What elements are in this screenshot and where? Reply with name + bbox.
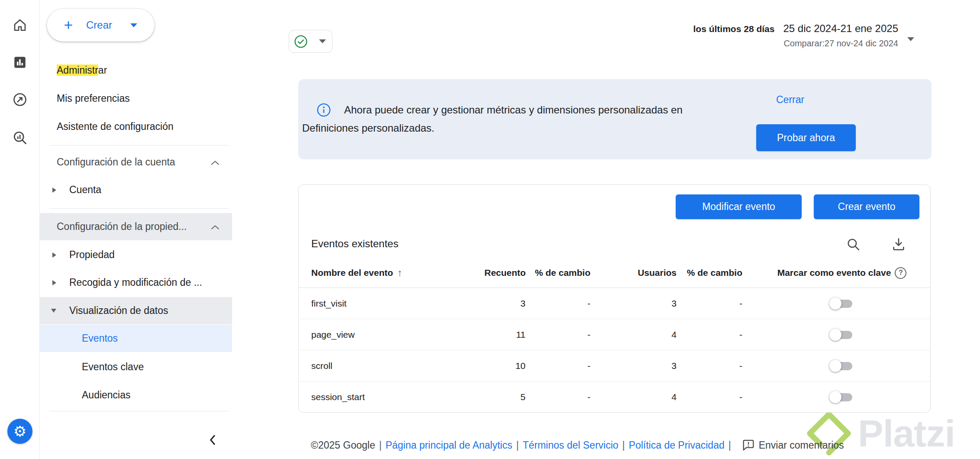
divider <box>49 411 229 411</box>
date-range-selector[interactable]: los últimos 28 días 25 dic 2024-21 ene 2… <box>693 23 898 48</box>
date-range-value: 25 dic 2024-21 ene 2025 <box>783 23 898 35</box>
create-button[interactable]: Crear <box>47 9 155 42</box>
feedback-icon[interactable] <box>742 439 755 452</box>
event-name: first_visit <box>311 298 484 309</box>
create-button-label: Crear <box>86 19 112 31</box>
table-header-row: Nombre del evento ↑ Recuento % de cambio… <box>299 258 930 288</box>
sidebar-item-propiedad[interactable]: Propiedad <box>40 241 232 268</box>
explore-icon[interactable] <box>10 127 30 148</box>
expand-arrow-icon <box>52 280 56 285</box>
separator: | <box>729 440 731 451</box>
try-now-button[interactable]: Probar ahora <box>756 124 856 151</box>
key-event-toggle[interactable] <box>829 359 853 372</box>
divider <box>49 145 229 145</box>
item-label: Audiencias <box>82 389 131 401</box>
event-users: 4 <box>590 330 677 340</box>
property-status-dropdown[interactable] <box>289 30 332 53</box>
info-icon <box>316 103 331 117</box>
footer-link-terms[interactable]: Términos del Servicio <box>522 440 618 451</box>
column-evento-clave: Marcar como evento clave ? <box>742 267 918 279</box>
footer-link-privacy[interactable]: Política de Privacidad <box>629 440 725 451</box>
item-label: Visualización de datos <box>69 305 168 317</box>
chevron-down-icon[interactable] <box>907 37 914 41</box>
gear-glyph: ⚙ <box>13 423 26 440</box>
event-name: session_start <box>311 392 484 402</box>
column-recuento[interactable]: Recuento <box>484 268 525 278</box>
analytics-admin-page: ⚙ Crear Administrar Mis preferencias Asi… <box>0 0 980 459</box>
event-count-change: - <box>525 392 590 402</box>
toggle-knob <box>829 391 841 403</box>
event-count: 5 <box>484 392 525 402</box>
section-configuracion-propiedad[interactable]: Configuración de la propied... <box>40 213 232 240</box>
sidebar-item-audiencias[interactable]: Audiencias <box>40 381 232 409</box>
plus-icon <box>63 19 74 31</box>
event-count-change: - <box>525 330 590 340</box>
sidebar-collapse-button[interactable] <box>205 432 220 448</box>
search-icon[interactable] <box>845 236 862 253</box>
reports-icon[interactable] <box>10 52 30 73</box>
collapse-arrow-icon <box>51 309 56 313</box>
column-cambio-recuento[interactable]: % de cambio <box>525 268 590 278</box>
event-count: 10 <box>484 361 525 371</box>
item-label: Asistente de configuración <box>57 121 174 133</box>
event-users-change: - <box>677 361 742 371</box>
sidebar-item-asistente-configuracion[interactable]: Asistente de configuración <box>40 113 232 140</box>
sidebar-item-eventos-clave[interactable]: Eventos clave <box>40 353 232 381</box>
info-banner: Ahora puede crear y gestionar métricas y… <box>298 79 932 159</box>
item-label: Cuenta <box>69 184 101 196</box>
search-highlight: Administr <box>57 65 98 76</box>
item-label: Recogida y modificación de ... <box>69 277 202 288</box>
table-row: page_view 11 - 4 - <box>299 319 930 350</box>
event-name: scroll <box>311 361 484 371</box>
sidebar-item-mis-preferencias[interactable]: Mis preferencias <box>40 85 232 112</box>
toggle-knob <box>829 297 841 310</box>
download-icon[interactable] <box>890 236 907 253</box>
home-icon[interactable] <box>10 15 30 36</box>
admin-gear-icon[interactable]: ⚙ <box>7 419 32 444</box>
page-footer: ©2025 Google | Página principal de Analy… <box>311 436 844 454</box>
chevron-up-icon <box>210 221 220 233</box>
chevron-down-icon <box>130 23 137 27</box>
item-label: Mis preferencias <box>57 93 130 104</box>
item-label: Eventos clave <box>82 361 144 373</box>
events-card: Modificar evento Crear evento Eventos ex… <box>298 184 931 413</box>
table-row: scroll 10 - 3 - <box>299 350 930 381</box>
column-cambio-usuarios[interactable]: % de cambio <box>677 268 742 278</box>
copyright-text: ©2025 Google <box>311 440 375 451</box>
status-check-icon <box>294 35 308 48</box>
table-row: session_start 5 - 4 - <box>299 381 930 413</box>
banner-close-link[interactable]: Cerrar <box>776 94 804 107</box>
sidebar-item-visualizacion-datos[interactable]: Visualización de datos <box>40 297 232 324</box>
sort-ascending-icon[interactable]: ↑ <box>397 267 403 279</box>
key-event-toggle[interactable] <box>829 328 853 341</box>
key-event-toggle[interactable] <box>829 391 853 404</box>
nav-rail: ⚙ <box>0 0 40 459</box>
event-users: 4 <box>590 392 677 402</box>
help-icon[interactable]: ? <box>895 267 906 279</box>
sidebar-item-eventos[interactable]: Eventos <box>40 325 232 352</box>
event-users-change: - <box>677 330 742 340</box>
sidebar-item-administrar[interactable]: Administrar <box>40 57 232 84</box>
modify-event-button[interactable]: Modificar evento <box>676 194 802 219</box>
feedback-label[interactable]: Enviar comentarios <box>759 440 844 451</box>
section-label: Configuración de la cuenta <box>57 156 175 168</box>
table-row: first_visit 3 - 3 - <box>299 288 930 319</box>
create-event-button[interactable]: Crear evento <box>814 194 919 219</box>
column-usuarios[interactable]: Usuarios <box>590 268 677 278</box>
date-line: los últimos 28 días 25 dic 2024-21 ene 2… <box>693 23 898 35</box>
column-nombre-evento[interactable]: Nombre del evento ↑ <box>311 267 484 279</box>
existing-events-title: Eventos existentes <box>311 238 398 250</box>
admin-label: Administrar <box>57 65 107 76</box>
banner-message: Ahora puede crear y gestionar métricas y… <box>302 100 748 137</box>
key-event-toggle[interactable] <box>829 297 853 310</box>
sidebar-item-cuenta[interactable]: Cuenta <box>40 176 232 204</box>
admin-sidebar: Crear Administrar Mis preferencias Asist… <box>40 0 263 459</box>
section-configuracion-cuenta[interactable]: Configuración de la cuenta <box>40 149 232 176</box>
advertising-icon[interactable] <box>10 89 30 110</box>
event-count-change: - <box>525 361 590 371</box>
sidebar-item-recogida-modificacion[interactable]: Recogida y modificación de ... <box>40 269 232 296</box>
footer-link-analytics-home[interactable]: Página principal de Analytics <box>386 440 513 451</box>
event-users-change: - <box>677 392 742 402</box>
date-compare-value: Comparar:27 nov-24 dic 2024 <box>693 39 898 48</box>
separator: | <box>622 440 625 451</box>
